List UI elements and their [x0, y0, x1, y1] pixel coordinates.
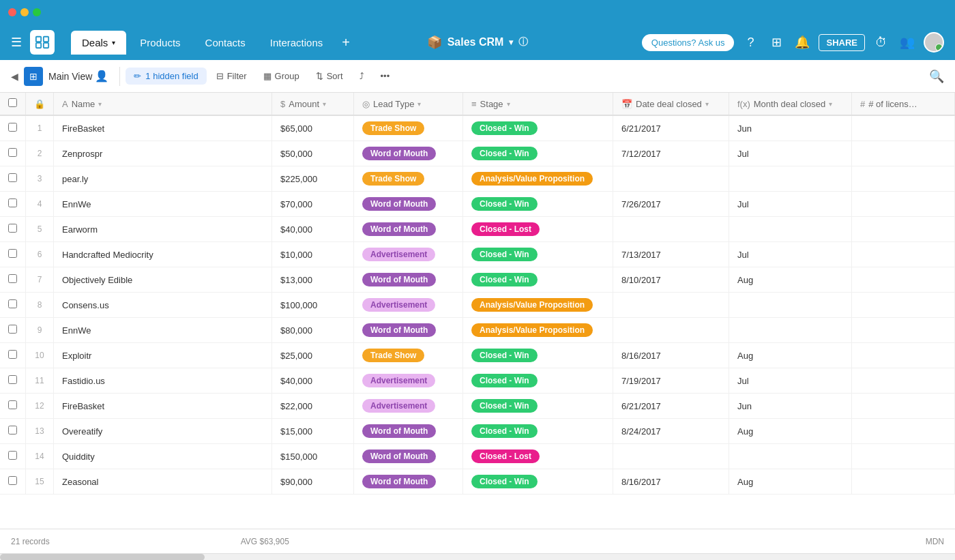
history-icon[interactable]: ⏱ — [872, 33, 891, 52]
table-row[interactable]: 8 Consens.us $100,000 Advertisement Anal… — [0, 293, 955, 318]
avg-value: AVG $63,905 — [241, 537, 289, 546]
select-all-checkbox[interactable] — [8, 98, 17, 107]
row-month-closed: Jul — [729, 368, 852, 394]
row-checkbox[interactable] — [8, 123, 17, 132]
row-checkbox[interactable] — [8, 224, 17, 233]
row-licenses — [852, 394, 955, 419]
table-row[interactable]: 15 Zeasonal $90,000 Word of Mouth Closed… — [0, 469, 955, 495]
table-row[interactable]: 1 FireBasket $65,000 Trade Show Closed -… — [0, 115, 955, 141]
table-row[interactable]: 5 Earworm $40,000 Word of Mouth Closed -… — [0, 217, 955, 242]
row-checkbox[interactable] — [8, 375, 17, 384]
table-container[interactable]: 🔒 A Name ▾ $ Amount — [0, 93, 955, 529]
share-button[interactable]: SHARE — [819, 34, 865, 51]
table-row[interactable]: 4 EnnWe $70,000 Word of Mouth Closed - W… — [0, 192, 955, 217]
grid-view-icon: ⊞ — [24, 67, 43, 86]
app-info-icon[interactable]: ⓘ — [518, 36, 528, 48]
th-date-closed[interactable]: 📅 Date deal closed ▾ — [613, 93, 729, 115]
th-name-label: Name — [72, 99, 96, 109]
search-icon[interactable]: 🔍 — [929, 69, 944, 84]
row-checkbox[interactable] — [8, 325, 17, 334]
user-avatar[interactable] — [924, 32, 944, 53]
hidden-field-label: 1 hidden field — [145, 71, 198, 81]
row-name: EnnWe — [54, 318, 272, 343]
scrollbar-thumb[interactable] — [0, 554, 205, 560]
stage-badge: Closed - Win — [471, 399, 538, 413]
row-amount: $40,000 — [272, 368, 354, 394]
row-licenses — [852, 368, 955, 394]
minimize-button[interactable] — [20, 8, 29, 16]
row-stage: Closed - Win — [463, 267, 613, 293]
notifications-icon[interactable]: 🔔 — [793, 33, 812, 52]
table-row[interactable]: 6 Handcrafted Mediocrity $10,000 Adverti… — [0, 242, 955, 267]
th-amount[interactable]: $ Amount ▾ — [272, 93, 354, 115]
row-number: 2 — [26, 141, 54, 166]
stage-badge: Closed - Win — [471, 147, 538, 160]
sort-button[interactable]: ⇅ Sort — [309, 68, 350, 85]
row-number: 13 — [26, 419, 54, 444]
row-licenses — [852, 192, 955, 217]
row-stage: Closed - Win — [463, 192, 613, 217]
row-number: 6 — [26, 242, 54, 267]
th-stage[interactable]: ≡ Stage ▾ — [463, 93, 613, 115]
tab-products[interactable]: Products — [129, 31, 191, 55]
th-month-closed[interactable]: f(x) Month deal closed ▾ — [729, 93, 852, 115]
row-checkbox[interactable] — [8, 451, 17, 460]
hamburger-icon[interactable]: ☰ — [11, 35, 22, 50]
row-checkbox[interactable] — [8, 426, 17, 434]
more-options-button[interactable]: ••• — [374, 68, 397, 85]
table-row[interactable]: 11 Fastidio.us $40,000 Advertisement Clo… — [0, 368, 955, 394]
row-checkbox[interactable] — [8, 274, 17, 283]
title-bar — [0, 0, 955, 25]
hidden-fields-button[interactable]: ✏ 1 hidden field — [126, 68, 206, 85]
row-number: 5 — [26, 217, 54, 242]
ask-us-button[interactable]: Questions? Ask us — [642, 34, 735, 51]
stage-badge: Closed - Lost — [471, 450, 540, 463]
row-checkbox[interactable] — [8, 350, 17, 359]
row-name: Earworm — [54, 217, 272, 242]
traffic-lights — [8, 8, 41, 16]
stage-badge: Closed - Win — [471, 349, 538, 362]
users-icon[interactable]: 👥 — [898, 33, 917, 52]
row-licenses — [852, 293, 955, 318]
horizontal-scrollbar[interactable] — [0, 553, 955, 560]
group-button[interactable]: ▦ Group — [256, 68, 306, 85]
maximize-button[interactable] — [33, 8, 41, 16]
table-row[interactable]: 10 Exploitr $25,000 Trade Show Closed - … — [0, 343, 955, 368]
table-row[interactable]: 12 FireBasket $22,000 Advertisement Clos… — [0, 394, 955, 419]
th-name[interactable]: A Name ▾ — [54, 93, 272, 115]
row-checkbox[interactable] — [8, 173, 17, 182]
collapse-icon[interactable]: ◀ — [11, 71, 18, 82]
table-row[interactable]: 2 Zenprospr $50,000 Word of Mouth Closed… — [0, 141, 955, 166]
row-checkbox[interactable] — [8, 148, 17, 157]
row-checkbox[interactable] — [8, 299, 17, 308]
apps-icon[interactable]: ⊞ — [767, 33, 786, 52]
th-lead-type[interactable]: ◎ Lead Type ▾ — [354, 93, 463, 115]
row-number: 11 — [26, 368, 54, 394]
table-row[interactable]: 7 Objectively Edible $13,000 Word of Mou… — [0, 267, 955, 293]
stage-col-icon: ≡ — [471, 99, 477, 109]
help-icon[interactable]: ? — [741, 33, 760, 52]
row-checkbox[interactable] — [8, 476, 17, 485]
tab-contacts[interactable]: Contacts — [194, 31, 256, 55]
tab-interactions[interactable]: Interactions — [259, 31, 334, 55]
row-checkbox[interactable] — [8, 198, 17, 207]
nav-right: Questions? Ask us ? ⊞ 🔔 SHARE ⏱ 👥 — [642, 32, 944, 53]
filter-button[interactable]: ⊟ Filter — [209, 68, 254, 85]
table-row[interactable]: 13 Overeatify $15,000 Word of Mouth Clos… — [0, 419, 955, 444]
view-share-icon[interactable]: 👤 — [95, 70, 108, 83]
table-row[interactable]: 14 Quiddity $150,000 Word of Mouth Close… — [0, 444, 955, 469]
row-month-closed: Aug — [729, 469, 852, 495]
row-checkbox[interactable] — [8, 400, 17, 409]
name-col-icon: A — [62, 99, 68, 109]
export-button[interactable]: ⤴ — [353, 68, 371, 85]
close-button[interactable] — [8, 8, 16, 16]
table-row[interactable]: 3 pear.ly $225,000 Trade Show Analysis/V… — [0, 166, 955, 192]
add-tab-button[interactable]: + — [336, 31, 355, 55]
th-licenses[interactable]: # # of licens… — [852, 93, 955, 115]
app-title-dropdown-icon[interactable]: ▾ — [509, 38, 513, 47]
stage-badge: Analysis/Value Proposition — [471, 172, 593, 186]
table-row[interactable]: 9 EnnWe $80,000 Word of Mouth Analysis/V… — [0, 318, 955, 343]
row-checkbox[interactable] — [8, 249, 17, 258]
tab-deals[interactable]: Deals ▾ — [71, 31, 126, 55]
row-date-closed — [613, 318, 729, 343]
